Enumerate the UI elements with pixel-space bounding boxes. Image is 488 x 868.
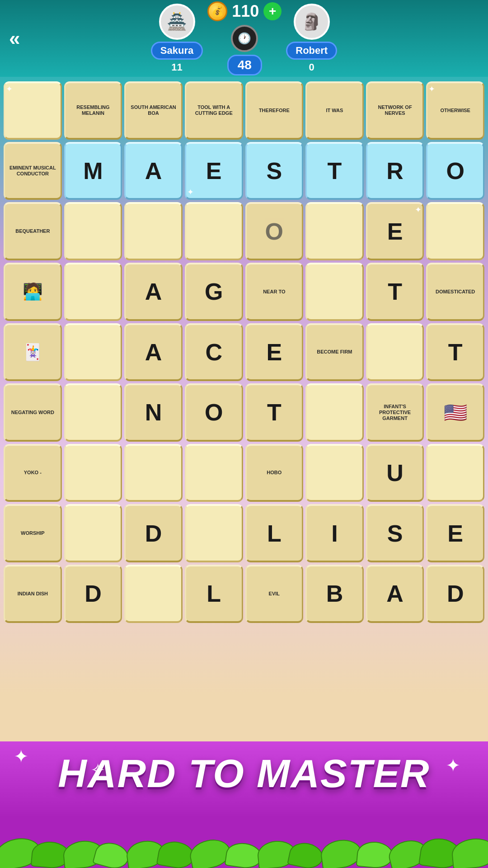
grid-tile[interactable]: D <box>64 565 122 623</box>
grid-tile[interactable]: E✦ <box>366 202 424 260</box>
grid-tile[interactable]: N <box>124 383 183 442</box>
grid-tile[interactable]: 🃏 <box>4 323 62 382</box>
grid-tile[interactable]: SOUTH AMERICAN BOA <box>124 81 183 140</box>
grid-tile[interactable]: TOOL WITH A CUTTING EDGE <box>185 81 243 140</box>
grid-tile[interactable]: B <box>305 565 364 623</box>
timer-block: 🕐 48 <box>227 25 262 75</box>
timer-value: 48 <box>227 55 262 75</box>
grid-tile[interactable] <box>185 202 243 260</box>
grid-tile[interactable]: E <box>245 323 304 382</box>
player1-block: 🏯 Sakura 11 <box>151 4 203 73</box>
grid-tile[interactable]: 🇺🇸 <box>426 383 484 442</box>
header-center: 💰 110 + 🕐 48 <box>207 1 282 75</box>
grid-tile[interactable]: T <box>366 263 424 321</box>
grid-tile[interactable]: A <box>124 142 183 200</box>
bottom-banner: ✦ ✦ ✧ HARD TO MASTER <box>0 741 488 868</box>
grid-tile[interactable]: EMINENT MUSICAL CONDUCTOR <box>4 142 62 200</box>
game-area: ✦RESEMBLING MELANINSOUTH AMERICAN BOATOO… <box>0 77 488 623</box>
grid-tile[interactable]: A <box>366 565 424 623</box>
grid-tile[interactable]: HOBO <box>245 444 304 502</box>
player2-avatar: 🗿 <box>294 4 330 40</box>
grid-tile[interactable] <box>64 202 122 260</box>
sparkle-icon: ✦ <box>14 746 29 767</box>
grid-tile[interactable] <box>124 565 183 623</box>
player2-score: 0 <box>309 61 314 73</box>
grid-tile[interactable] <box>426 202 484 260</box>
grid-tile[interactable]: BECOME FIRM <box>305 323 364 382</box>
grid-tile[interactable]: OTHERWISE✦ <box>426 81 484 140</box>
grid-tile[interactable]: O <box>426 142 484 200</box>
grid-tile[interactable]: U <box>366 444 424 502</box>
grid-tile[interactable]: RESEMBLING MELANIN <box>64 81 122 140</box>
grid-tile[interactable] <box>64 504 122 562</box>
grid-tile[interactable]: S <box>366 504 424 562</box>
grid-tile[interactable]: L <box>245 504 304 562</box>
game-grid: ✦RESEMBLING MELANINSOUTH AMERICAN BOATOO… <box>4 81 484 623</box>
grid-tile[interactable] <box>185 504 243 562</box>
player1-name: Sakura <box>151 42 203 60</box>
grid-tile[interactable]: ✦ <box>4 81 62 140</box>
grid-tile[interactable]: S <box>245 142 304 200</box>
coin-amount: 110 <box>232 2 259 21</box>
grid-tile[interactable]: DOMESTICATED <box>426 263 484 321</box>
grid-tile[interactable] <box>305 444 364 502</box>
grid-tile[interactable]: INFANT'S PROTECTIVE GARMENT <box>366 383 424 442</box>
grid-tile[interactable]: E <box>426 504 484 562</box>
grid-tile[interactable]: M <box>64 142 122 200</box>
grid-tile[interactable] <box>305 383 364 442</box>
grid-tile[interactable]: 🧑‍💻 <box>4 263 62 321</box>
leaves-decoration <box>0 814 488 868</box>
grid-tile[interactable]: NETWORK OF NERVES <box>366 81 424 140</box>
grid-tile[interactable]: EVIL <box>245 565 304 623</box>
banner-text: HARD TO MASTER <box>58 750 430 797</box>
grid-tile[interactable] <box>64 444 122 502</box>
grid-tile[interactable]: D <box>124 504 183 562</box>
grid-tile[interactable]: T <box>245 383 304 442</box>
grid-tile[interactable]: G <box>185 263 243 321</box>
grid-tile[interactable] <box>64 263 122 321</box>
grid-tile[interactable]: E✦ <box>185 142 243 200</box>
grid-tile[interactable]: A <box>124 263 183 321</box>
grid-tile[interactable]: NEAR TO <box>245 263 304 321</box>
grid-tile[interactable]: THEREFORE <box>245 81 304 140</box>
grid-tile[interactable]: T <box>305 142 364 200</box>
grid-tile[interactable] <box>185 444 243 502</box>
grid-tile[interactable]: NEGATING WORD <box>4 383 62 442</box>
grid-tile[interactable]: IT WAS <box>305 81 364 140</box>
grid-tile[interactable]: WORSHIP <box>4 504 62 562</box>
player2-block: 🗿 Robert 0 <box>286 4 337 73</box>
player1-score: 11 <box>171 61 182 73</box>
grid-tile[interactable]: O <box>185 383 243 442</box>
timer-icon: 🕐 <box>231 25 258 52</box>
grid-tile[interactable] <box>305 263 364 321</box>
grid-tile[interactable] <box>64 323 122 382</box>
grid-tile[interactable]: D <box>426 565 484 623</box>
grid-tile[interactable]: YOKO - <box>4 444 62 502</box>
sparkle-icon-2: ✦ <box>446 755 461 776</box>
grid-tile[interactable]: C <box>185 323 243 382</box>
grid-tile[interactable]: T <box>426 323 484 382</box>
back-button[interactable]: « <box>9 28 20 48</box>
grid-tile[interactable] <box>426 444 484 502</box>
grid-tile[interactable] <box>305 202 364 260</box>
grid-tile[interactable] <box>124 202 183 260</box>
grid-tile[interactable] <box>64 383 122 442</box>
sparkle-icon-3: ✧ <box>90 760 106 780</box>
grid-tile[interactable] <box>124 444 183 502</box>
header: « 🏯 Sakura 11 💰 110 + 🕐 48 🗿 <box>0 0 488 77</box>
grid-tile[interactable]: BEQUEATHER <box>4 202 62 260</box>
coin-icon: 💰 <box>207 1 227 21</box>
add-coin-button[interactable]: + <box>263 2 282 20</box>
coins-row: 💰 110 + <box>207 1 282 21</box>
player2-name: Robert <box>286 42 337 60</box>
grid-tile[interactable]: L <box>185 565 243 623</box>
grid-tile[interactable]: R <box>366 142 424 200</box>
player1-avatar: 🏯 <box>159 4 195 40</box>
grid-tile[interactable]: INDIAN DISH <box>4 565 62 623</box>
grid-tile[interactable]: A <box>124 323 183 382</box>
grid-tile[interactable] <box>366 323 424 382</box>
grid-tile[interactable]: O <box>245 202 304 260</box>
grid-tile[interactable]: I <box>305 504 364 562</box>
